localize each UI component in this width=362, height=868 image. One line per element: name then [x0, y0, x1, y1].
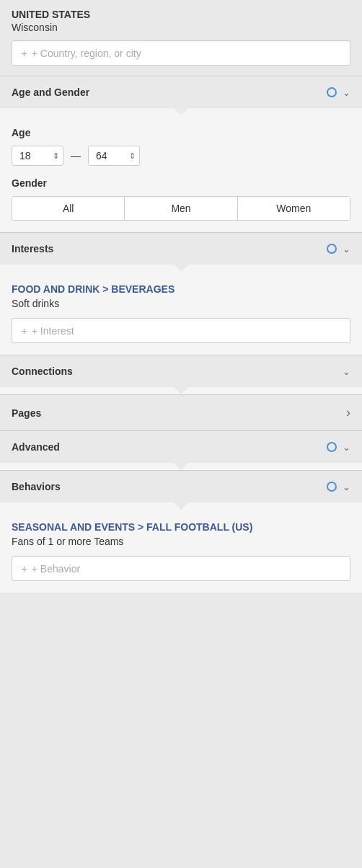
age-gender-content: Age 18 13 15 20 25 — 64 24 34 44 54: [0, 115, 362, 232]
behavior-placeholder: + Behavior: [32, 563, 80, 575]
gender-all-button[interactable]: All: [12, 197, 125, 220]
behavior-add-input[interactable]: + + Behavior: [12, 556, 350, 581]
triangle-down-4: [174, 463, 188, 470]
interests-header[interactable]: Interests ⌄: [0, 233, 362, 265]
behaviors-subcategory: Fans of 1 or more Teams: [12, 536, 350, 547]
triangle-down-1: [174, 108, 188, 115]
triangle-container-2: [0, 265, 362, 272]
advanced-header[interactable]: Advanced ⌄: [0, 431, 362, 463]
triangle-container-1: [0, 108, 362, 115]
main-panel: UNITED STATES Wisconsin + + Country, reg…: [0, 0, 362, 593]
triangle-container-5: [0, 502, 362, 510]
behaviors-title: Behaviors: [12, 481, 61, 492]
behaviors-circle-icon: [327, 482, 337, 492]
age-min-select[interactable]: 18 13 15 20 25: [12, 146, 63, 166]
advanced-circle-icon: [327, 442, 337, 452]
interest-placeholder: + Interest: [32, 325, 74, 337]
interests-category: FOOD AND DRINK > BEVERAGES: [12, 283, 350, 295]
triangle-down-3: [174, 387, 188, 394]
behaviors-content: SEASONAL AND EVENTS > FALL FOOTBALL (US)…: [0, 510, 362, 593]
connections-header[interactable]: Connections ⌄: [0, 355, 362, 387]
location-country: UNITED STATES: [12, 9, 350, 20]
age-gender-chevron-icon: ⌄: [343, 87, 350, 98]
interest-add-input[interactable]: + + Interest: [12, 318, 350, 343]
gender-women-button[interactable]: Women: [238, 197, 350, 220]
triangle-container-4: [0, 463, 362, 470]
behaviors-chevron-icon: ⌄: [343, 482, 350, 492]
advanced-title: Advanced: [12, 441, 60, 453]
age-label: Age: [12, 127, 350, 138]
age-min-wrapper[interactable]: 18 13 15 20 25: [12, 146, 63, 166]
gender-buttons: All Men Women: [12, 196, 350, 221]
advanced-chevron-icon: ⌄: [343, 442, 350, 453]
age-max-select[interactable]: 64 24 34 44 54 65+: [88, 146, 140, 166]
triangle-container-3: [0, 387, 362, 394]
plus-icon: +: [21, 47, 27, 59]
age-gender-title: Age and Gender: [12, 87, 89, 98]
interest-plus-icon: +: [21, 324, 27, 337]
location-placeholder: + Country, region, or city: [32, 48, 141, 59]
interests-title: Interests: [12, 243, 53, 254]
gender-men-button[interactable]: Men: [125, 197, 237, 220]
behaviors-category: SEASONAL AND EVENTS > FALL FOOTBALL (US): [12, 521, 350, 533]
age-gender-circle-icon: [327, 87, 337, 97]
connections-title: Connections: [12, 366, 73, 377]
gender-label: Gender: [12, 177, 350, 189]
pages-header[interactable]: Pages ›: [0, 395, 362, 430]
age-inputs: 18 13 15 20 25 — 64 24 34 44 54 65+: [12, 146, 350, 166]
triangle-down-2: [174, 265, 188, 272]
interests-circle-icon: [327, 244, 337, 254]
advanced-controls: ⌄: [327, 442, 350, 453]
interests-subcategory: Soft drinks: [12, 298, 350, 309]
interests-controls: ⌄: [327, 244, 350, 254]
interests-chevron-icon: ⌄: [343, 244, 350, 254]
pages-chevron-right-icon: ›: [346, 405, 350, 420]
location-section: UNITED STATES Wisconsin + + Country, reg…: [0, 0, 362, 76]
behaviors-header[interactable]: Behaviors ⌄: [0, 471, 362, 502]
connections-chevron-icon: ⌄: [343, 366, 350, 377]
pages-title: Pages: [12, 407, 41, 419]
age-max-wrapper[interactable]: 64 24 34 44 54 65+: [88, 146, 140, 166]
behaviors-controls: ⌄: [327, 482, 350, 492]
age-gender-controls: ⌄: [327, 87, 350, 98]
age-dash: —: [71, 150, 81, 161]
location-region: Wisconsin: [12, 22, 350, 33]
behavior-plus-icon: +: [21, 562, 27, 575]
location-add-input[interactable]: + + Country, region, or city: [12, 40, 350, 66]
age-gender-header[interactable]: Age and Gender ⌄: [0, 76, 362, 108]
interests-content: FOOD AND DRINK > BEVERAGES Soft drinks +…: [0, 272, 362, 355]
triangle-down-5: [174, 502, 188, 510]
